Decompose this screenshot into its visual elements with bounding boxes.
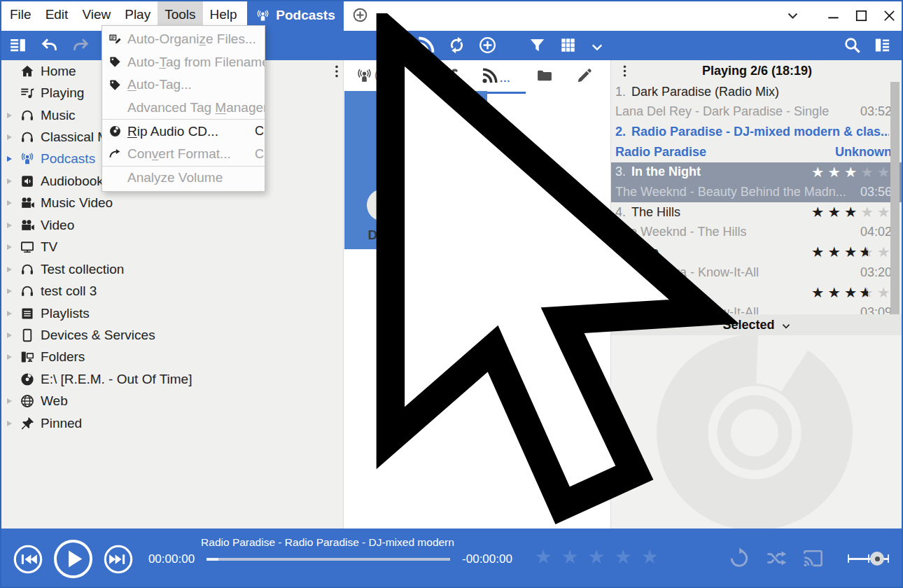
sidebar-item-label: Podcasts: [41, 151, 95, 167]
video-camera-icon: [20, 218, 35, 233]
headphones-icon: [20, 284, 35, 299]
disc-icon: [108, 125, 122, 138]
expander-icon[interactable]: [7, 178, 18, 184]
pin-icon: [20, 416, 35, 431]
sidebar-item-label: Test collection: [41, 262, 124, 277]
headphones-icon: [20, 130, 35, 145]
video-camera-icon: [20, 195, 35, 211]
podcast-icon: [20, 151, 35, 167]
expander-icon[interactable]: [7, 156, 18, 162]
expander-icon[interactable]: [7, 200, 18, 206]
next-button[interactable]: [103, 544, 134, 575]
expander-icon[interactable]: [7, 421, 18, 426]
expander-icon[interactable]: [7, 223, 18, 228]
previous-button[interactable]: [13, 544, 43, 575]
sidebar-toggle-icon[interactable]: [8, 36, 27, 55]
playlist-icon: [20, 306, 35, 321]
tv-icon: [20, 239, 35, 255]
sidebar-item-label: Music: [41, 108, 76, 123]
tablet-icon: [20, 328, 35, 343]
organize-icon: [108, 33, 122, 46]
play-button[interactable]: [52, 538, 94, 580]
sidebar-item-label: Web: [41, 393, 68, 409]
playing-icon: [20, 85, 35, 101]
expander-icon[interactable]: [7, 311, 18, 316]
sidebar-item-label: TV: [41, 239, 57, 255]
mouse-cursor: [157, 13, 903, 588]
home-icon: [20, 64, 35, 79]
globe-icon: [20, 393, 35, 409]
menubar-edit[interactable]: Edit: [38, 1, 76, 28]
expander-icon[interactable]: [7, 267, 18, 272]
disc-icon: [20, 372, 35, 387]
headphones-icon: [20, 108, 35, 123]
sidebar-item-label: test coll 3: [41, 284, 97, 299]
sidebar-item-label: Pinned: [41, 416, 82, 431]
undo-icon[interactable]: [40, 36, 59, 55]
expander-icon[interactable]: [7, 113, 18, 118]
menubar-file[interactable]: File: [3, 1, 38, 28]
redo-icon[interactable]: [71, 36, 90, 55]
menubar-view[interactable]: View: [75, 1, 118, 28]
sidebar-item-label: Audiobooks: [41, 174, 110, 189]
sidebar-item-label: Video: [41, 218, 74, 233]
sidebar-item-label: Playing: [41, 85, 84, 101]
computer-icon: [20, 349, 35, 365]
tag-icon: [108, 78, 122, 92]
headphones-icon: [20, 262, 35, 277]
audiobook-icon: [20, 174, 35, 189]
sidebar-item-label: Playlists: [41, 306, 90, 321]
expander-icon[interactable]: [7, 244, 18, 250]
expander-icon[interactable]: [7, 134, 18, 140]
convert-icon: [108, 148, 122, 161]
expander-icon[interactable]: [7, 288, 18, 294]
sidebar-item-label: Music Video: [41, 195, 113, 211]
no-icon: [108, 102, 122, 115]
expander-icon[interactable]: [7, 398, 18, 404]
mediamonkey-window: FileEditViewPlayToolsHelp Podcasts Home …: [0, 0, 903, 588]
toolbar-left-group: [8, 36, 90, 55]
sidebar-item-label: Folders: [41, 349, 85, 365]
expander-icon[interactable]: [7, 354, 18, 360]
tag-icon: [108, 55, 122, 69]
sidebar-item-label: Home: [41, 64, 76, 79]
menubar-play[interactable]: Play: [118, 1, 158, 28]
no-icon: [108, 171, 122, 184]
sidebar-item-label: Devices & Services: [41, 328, 155, 343]
expander-icon[interactable]: [7, 332, 18, 338]
